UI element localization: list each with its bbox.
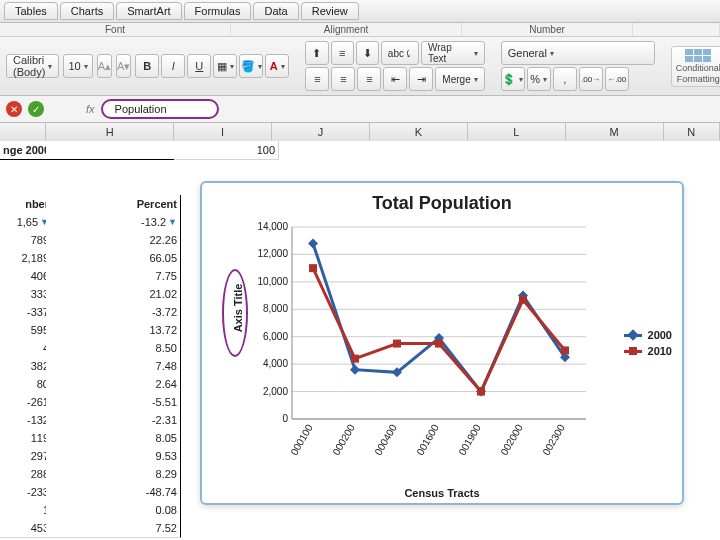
fill-color-button[interactable]: 🪣 bbox=[239, 54, 263, 78]
svg-text:001900: 001900 bbox=[457, 422, 483, 457]
cell[interactable] bbox=[46, 141, 181, 160]
formula-input[interactable]: Population bbox=[101, 99, 219, 119]
decrease-font-button[interactable]: A▾ bbox=[116, 54, 131, 78]
align-right-button[interactable]: ≡ bbox=[357, 67, 381, 91]
align-bottom-button[interactable]: ⬇ bbox=[356, 41, 379, 65]
align-center-button[interactable]: ≡ bbox=[331, 67, 355, 91]
cell[interactable] bbox=[272, 159, 377, 178]
cell[interactable]: 8.29 bbox=[46, 465, 181, 484]
svg-text:000100: 000100 bbox=[289, 422, 315, 457]
orientation-button[interactable]: abc⤹ bbox=[381, 41, 419, 65]
cell[interactable]: 8.05 bbox=[46, 429, 181, 448]
cell[interactable]: 13.72 bbox=[46, 321, 181, 340]
cell[interactable]: 7.48 bbox=[46, 357, 181, 376]
font-name-select[interactable]: Calibri (Body) bbox=[6, 54, 59, 78]
svg-rect-29 bbox=[477, 388, 485, 396]
legend-entry-2010[interactable]: 2010 bbox=[624, 345, 672, 357]
cell[interactable]: 9.53 bbox=[46, 447, 181, 466]
cell[interactable] bbox=[468, 159, 573, 178]
cell[interactable] bbox=[664, 159, 720, 178]
column-header[interactable]: I bbox=[174, 123, 272, 141]
conditional-formatting-button[interactable]: ConditionalFormatting bbox=[671, 46, 720, 87]
cell[interactable]: -13.2 bbox=[46, 213, 181, 232]
conditional-formatting-icon bbox=[685, 49, 711, 62]
check-icon: ✓ bbox=[32, 104, 40, 115]
column-header[interactable]: N bbox=[664, 123, 720, 141]
align-middle-button[interactable]: ≡ bbox=[331, 41, 354, 65]
cell[interactable]: 21.02 bbox=[46, 285, 181, 304]
increase-indent-button[interactable]: ⇥ bbox=[409, 67, 433, 91]
increase-font-button[interactable]: A▴ bbox=[97, 54, 112, 78]
cell[interactable] bbox=[174, 519, 279, 538]
align-left-button[interactable]: ≡ bbox=[305, 67, 329, 91]
tab-data[interactable]: Data bbox=[253, 2, 298, 20]
cell[interactable] bbox=[46, 159, 181, 178]
cell[interactable]: 2.64 bbox=[46, 375, 181, 394]
close-icon: ✕ bbox=[10, 104, 18, 115]
column-header[interactable]: M bbox=[566, 123, 664, 141]
svg-text:2,000: 2,000 bbox=[263, 386, 288, 397]
cell[interactable]: 7.52 bbox=[46, 519, 181, 538]
cell[interactable] bbox=[468, 141, 573, 160]
font-color-button[interactable]: A bbox=[265, 54, 289, 78]
cell[interactable]: 66.05 bbox=[46, 249, 181, 268]
cell[interactable] bbox=[664, 141, 720, 160]
spreadsheet-grid[interactable]: HIJKLMN nge 2000-2010100nberPercent1,65-… bbox=[0, 123, 720, 540]
cell[interactable] bbox=[566, 519, 671, 538]
cell[interactable]: 8.50 bbox=[46, 339, 181, 358]
formula-accept-button[interactable]: ✓ bbox=[28, 101, 44, 117]
cell[interactable]: 22.26 bbox=[46, 231, 181, 250]
cell[interactable]: -2.31 bbox=[46, 411, 181, 430]
column-header[interactable]: H bbox=[46, 123, 174, 141]
cell[interactable]: -3.72 bbox=[46, 303, 181, 322]
cell[interactable]: -48.74 bbox=[46, 483, 181, 502]
column-header[interactable]: K bbox=[370, 123, 468, 141]
number-format-select[interactable]: General bbox=[501, 41, 655, 65]
tab-tables[interactable]: Tables bbox=[4, 2, 58, 20]
font-size-select[interactable]: 10 bbox=[63, 54, 92, 78]
cell[interactable] bbox=[370, 519, 475, 538]
cell[interactable]: -5.51 bbox=[46, 393, 181, 412]
column-header[interactable]: L bbox=[468, 123, 566, 141]
decrease-decimal-button[interactable]: ←.00 bbox=[605, 67, 629, 91]
column-header[interactable]: J bbox=[272, 123, 370, 141]
cell[interactable]: Percent bbox=[46, 195, 181, 214]
chart-y-axis-title[interactable]: Axis Title bbox=[232, 284, 244, 333]
cell[interactable] bbox=[664, 519, 720, 538]
cell[interactable] bbox=[174, 159, 279, 178]
formula-cancel-button[interactable]: ✕ bbox=[6, 101, 22, 117]
cell[interactable]: 0.08 bbox=[46, 501, 181, 520]
cell[interactable] bbox=[566, 141, 671, 160]
cell[interactable] bbox=[370, 141, 475, 160]
merge-button[interactable]: Merge bbox=[435, 67, 484, 91]
underline-button[interactable]: U bbox=[187, 54, 211, 78]
cell[interactable] bbox=[272, 141, 377, 160]
decrease-indent-button[interactable]: ⇤ bbox=[383, 67, 407, 91]
svg-text:002000: 002000 bbox=[499, 422, 525, 457]
chart-object[interactable]: Total Population Axis Title 02,0004,0006… bbox=[200, 181, 684, 505]
bold-button[interactable]: B bbox=[135, 54, 159, 78]
svg-text:8,000: 8,000 bbox=[263, 303, 288, 314]
cell[interactable] bbox=[468, 519, 573, 538]
comma-style-button[interactable]: , bbox=[553, 67, 577, 91]
legend-entry-2000[interactable]: 2000 bbox=[624, 329, 672, 341]
cell[interactable] bbox=[566, 159, 671, 178]
chart-legend[interactable]: 2000 2010 bbox=[624, 325, 672, 361]
tab-charts[interactable]: Charts bbox=[60, 2, 114, 20]
cell[interactable] bbox=[272, 519, 377, 538]
tab-formulas[interactable]: Formulas bbox=[184, 2, 252, 20]
italic-button[interactable]: I bbox=[161, 54, 185, 78]
tab-smartart[interactable]: SmartArt bbox=[116, 2, 181, 20]
currency-button[interactable]: 💲 bbox=[501, 67, 525, 91]
tab-review[interactable]: Review bbox=[301, 2, 359, 20]
align-top-button[interactable]: ⬆ bbox=[305, 41, 328, 65]
cell[interactable]: 7.75 bbox=[46, 267, 181, 286]
increase-decimal-button[interactable]: .00→ bbox=[579, 67, 603, 91]
percent-button[interactable]: % bbox=[527, 67, 551, 91]
wrap-text-button[interactable]: Wrap Text bbox=[421, 41, 485, 65]
cell[interactable] bbox=[46, 177, 181, 196]
borders-button[interactable]: ▦ bbox=[213, 54, 237, 78]
cell[interactable] bbox=[370, 159, 475, 178]
cell[interactable]: 100 bbox=[174, 141, 279, 160]
chart-title[interactable]: Total Population bbox=[202, 183, 682, 218]
